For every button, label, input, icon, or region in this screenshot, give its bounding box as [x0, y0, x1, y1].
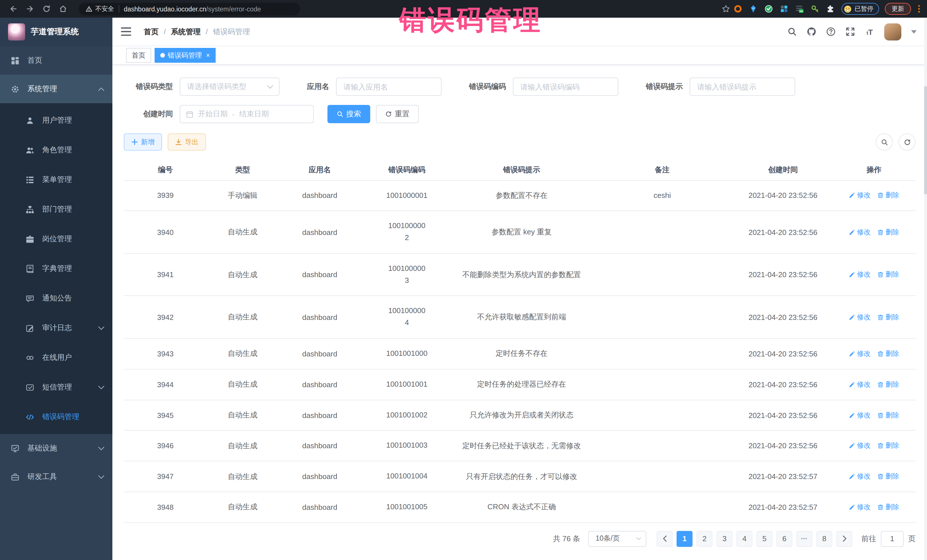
pager: 123456•••8: [656, 531, 852, 547]
cell-app: dashboard: [278, 461, 361, 492]
error-code-input[interactable]: [513, 77, 619, 96]
error-type-select[interactable]: 请选择错误码类型: [180, 77, 280, 96]
forward-icon[interactable]: [26, 5, 34, 13]
sidebar-item-dept-management[interactable]: 部门管理: [0, 194, 112, 224]
caret-down-icon[interactable]: [911, 30, 917, 33]
search-button[interactable]: 搜索: [327, 105, 370, 123]
edit-button[interactable]: 修改: [849, 313, 871, 322]
page-button-5[interactable]: 5: [757, 531, 772, 547]
scrollbar-thumb[interactable]: [924, 86, 927, 194]
delete-button[interactable]: 删除: [877, 410, 899, 420]
orange-ring-icon[interactable]: [734, 5, 742, 13]
sidebar-item-system-management[interactable]: 系统管理: [0, 75, 112, 103]
security-label[interactable]: 不安全: [85, 5, 114, 13]
delete-button[interactable]: 删除: [877, 270, 899, 279]
font-size-icon[interactable]: tT: [865, 27, 874, 36]
sidebar-item-error-code-management[interactable]: 错误码管理: [0, 402, 112, 432]
sidebar-item-home[interactable]: 首页: [0, 46, 112, 75]
browser-update-button[interactable]: 更新: [885, 3, 911, 15]
sidebar-item-user-management[interactable]: 用户管理: [0, 106, 112, 135]
refresh-table-button[interactable]: [898, 134, 916, 150]
extension-paused-badge[interactable]: 已暂停: [842, 3, 879, 15]
goto-page-input[interactable]: [881, 531, 904, 547]
delete-button[interactable]: 删除: [877, 502, 899, 512]
cell-actions: 修改删除: [832, 461, 916, 492]
edit-button[interactable]: 修改: [849, 502, 871, 512]
page-button-3[interactable]: 3: [716, 531, 732, 547]
delete-button[interactable]: 删除: [877, 380, 899, 390]
search-icon[interactable]: [787, 27, 797, 36]
github-icon[interactable]: [807, 27, 816, 36]
table-row: 3943自动生成dashboard1001001000定时任务不存在2021-0…: [124, 338, 916, 369]
page-button-2[interactable]: 2: [696, 531, 713, 547]
export-button[interactable]: 导出: [168, 134, 206, 150]
next-page-button[interactable]: [836, 531, 852, 547]
edit-button[interactable]: 修改: [849, 380, 871, 390]
edit-button[interactable]: 修改: [849, 410, 871, 420]
sidebar-item-online-user[interactable]: 在线用户: [0, 343, 112, 372]
delete-button-label: 删除: [885, 410, 899, 420]
create-time-range-picker[interactable]: 开始日期 - 结束日期: [180, 105, 314, 123]
delete-button[interactable]: 删除: [877, 349, 899, 359]
breadcrumb-item[interactable]: 首页: [144, 27, 159, 37]
plus-icon: [131, 138, 138, 146]
page-size-select[interactable]: 10条/页: [588, 531, 646, 547]
address-bar[interactable]: 不安全 dashboard.yudao.iocoder.cn/system/er…: [79, 3, 300, 15]
edit-button[interactable]: 修改: [849, 441, 871, 451]
edit-button[interactable]: 修改: [849, 270, 871, 279]
delete-button[interactable]: 删除: [877, 441, 899, 451]
page-button-8[interactable]: 8: [816, 531, 832, 547]
add-button[interactable]: 新增: [124, 134, 162, 150]
page-button-1[interactable]: 1: [676, 531, 693, 547]
sidebar-item-sms-management[interactable]: 短信管理: [0, 372, 112, 402]
delete-button[interactable]: 删除: [877, 227, 899, 237]
show-search-button[interactable]: [876, 134, 893, 150]
kebab-menu-icon[interactable]: [918, 5, 920, 13]
delete-button[interactable]: 删除: [877, 313, 899, 322]
page-scrollbar[interactable]: [924, 18, 927, 560]
hamburger-icon[interactable]: [121, 27, 131, 36]
edit-button[interactable]: 修改: [849, 349, 871, 359]
back-icon[interactable]: [9, 5, 18, 13]
prev-page-button[interactable]: [656, 531, 673, 547]
filter-row-2: 创建时间 开始日期 - 结束日期 搜索 重置: [124, 105, 916, 123]
question-icon[interactable]: [826, 27, 836, 36]
fullscreen-icon[interactable]: [845, 27, 855, 36]
reload-icon[interactable]: [42, 5, 51, 13]
reset-button[interactable]: 重置: [376, 105, 419, 123]
avatar[interactable]: [884, 23, 901, 40]
edit-button[interactable]: 修改: [849, 472, 871, 481]
delete-button[interactable]: 删除: [877, 191, 899, 200]
sidebar-item-infrastructure[interactable]: 基础设施: [0, 434, 112, 463]
sidebar-item-notice[interactable]: 通知公告: [0, 284, 112, 313]
tab-active[interactable]: 错误码管理×: [155, 48, 216, 63]
bookmark-star-icon[interactable]: [722, 5, 730, 13]
puzzle-icon[interactable]: [826, 5, 834, 13]
error-hint-input[interactable]: [690, 77, 795, 96]
app-logo-row[interactable]: 芋道管理系统: [0, 18, 112, 46]
close-tab-icon[interactable]: ×: [206, 52, 210, 59]
edit-button[interactable]: 修改: [849, 191, 871, 200]
sidebar-item-audit-log[interactable]: 审计日志: [0, 313, 112, 343]
grid-icon[interactable]: [780, 5, 789, 13]
tags-bar: 首页错误码管理×: [112, 46, 927, 65]
sidebar-item-role-management[interactable]: 角色管理: [0, 135, 112, 165]
sidebar-item-menu-management[interactable]: 菜单管理: [0, 165, 112, 194]
delete-button[interactable]: 删除: [877, 472, 899, 481]
page-button-4[interactable]: 4: [737, 531, 752, 547]
green-key-icon[interactable]: [811, 5, 819, 13]
sidebar-item-post-management[interactable]: 岗位管理: [0, 224, 112, 254]
home-icon[interactable]: [59, 5, 67, 13]
edit-button[interactable]: 修改: [849, 227, 871, 237]
tab-inactive[interactable]: 首页: [126, 48, 151, 63]
page-button-6[interactable]: 6: [777, 531, 792, 547]
app-name-input[interactable]: [336, 77, 442, 96]
sidebar-item-dev-tools[interactable]: 研发工具: [0, 463, 112, 491]
sidebar-item-dict-management[interactable]: 字典管理: [0, 254, 112, 284]
on-badge-icon[interactable]: on: [795, 5, 804, 13]
blue-gem-icon[interactable]: [749, 5, 758, 13]
page-ellipsis-button[interactable]: •••: [796, 531, 812, 547]
chevron-down-icon: [98, 385, 104, 389]
green-check-icon[interactable]: [764, 5, 773, 13]
breadcrumb-item[interactable]: 系统管理: [171, 27, 201, 37]
